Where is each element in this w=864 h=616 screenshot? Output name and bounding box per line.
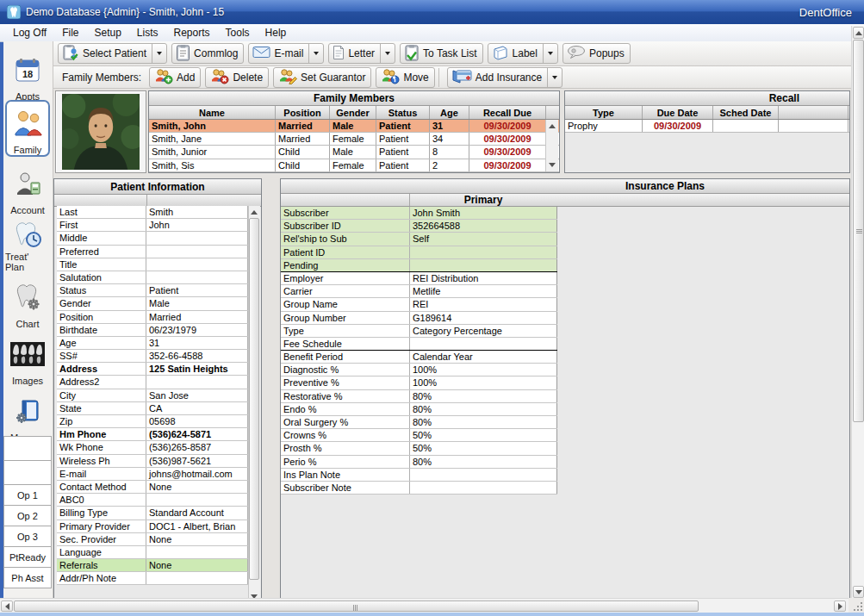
patient-info-row[interactable]: Title (57, 258, 249, 271)
column-header[interactable]: Due Date (643, 106, 713, 119)
patient-info-row[interactable]: Salutation (57, 271, 249, 284)
select-patient-dropdown[interactable] (152, 43, 166, 64)
insurance-row[interactable]: Fee Schedule (281, 338, 557, 351)
insurance-row[interactable]: Pending (281, 259, 557, 272)
patient-info-row[interactable]: Address125 Satin Heights (57, 363, 249, 376)
to-task-list-button[interactable]: To Task List (400, 43, 482, 64)
insurance-row[interactable]: Patient ID (281, 246, 557, 259)
patient-info-row[interactable]: Language (57, 546, 249, 559)
horizontal-scrollbar[interactable] (0, 598, 848, 613)
patient-photo[interactable] (55, 90, 146, 173)
patient-info-row[interactable]: CitySan Jose (57, 389, 249, 402)
letter-dropdown[interactable] (380, 43, 395, 64)
resize-grip[interactable] (848, 598, 864, 613)
patient-info-row[interactable]: Billing TypeStandard Account (57, 507, 249, 520)
insurance-row[interactable]: Endo %80% (281, 403, 557, 416)
insurance-row[interactable]: Oral Surgery %80% (281, 416, 557, 429)
op-button-op-3[interactable]: Op 3 (4, 526, 51, 547)
insurance-row[interactable]: EmployerREI Distribution (281, 272, 557, 285)
sidebar-item-treat-plan[interactable]: Treat' Plan (5, 219, 50, 272)
recall-row[interactable]: Prophy09/30/2009 (565, 120, 849, 133)
patient-info-row[interactable]: SS#352-66-4588 (57, 350, 249, 363)
insurance-row[interactable]: Ins Plan Note (281, 469, 557, 482)
insurance-row[interactable]: SubscriberJohn Smith (281, 207, 557, 220)
insurance-row[interactable]: Subscriber Note (281, 482, 557, 495)
patient-info-row[interactable]: Middle (57, 232, 249, 245)
column-header[interactable]: Name (149, 106, 276, 119)
insurance-row[interactable]: CarrierMetlife (281, 285, 557, 298)
patient-info-row[interactable]: GenderMale (57, 297, 249, 310)
patient-info-row[interactable]: Primary ProviderDOC1 - Albert, Brian (57, 520, 249, 533)
sidebar-item-images[interactable]: Images (5, 333, 50, 386)
column-header[interactable]: Status (376, 106, 430, 119)
op-button-ptready[interactable]: PtReady (4, 547, 51, 568)
sidebar-item-manage[interactable]: Manage (5, 389, 50, 443)
menu-item-tools[interactable]: Tools (218, 25, 258, 41)
op-button-op-2[interactable]: Op 2 (4, 506, 51, 526)
popups-button[interactable]: Popups (563, 43, 631, 64)
menu-item-reports[interactable]: Reports (166, 25, 218, 41)
op-button-op-1[interactable]: Op 1 (4, 485, 51, 506)
patient-info-row[interactable]: StatusPatient (57, 284, 249, 297)
insurance-row[interactable]: Diagnostic %100% (281, 364, 557, 376)
insurance-row[interactable]: Benefit PeriodCalendar Year (281, 351, 557, 364)
set-guarantor-button[interactable]: Set Guarantor (273, 67, 371, 88)
family-member-row[interactable]: Smith, JaneMarriedFemalePatient3409/30/2… (149, 133, 559, 146)
family-member-row[interactable]: Smith, JohnMarriedMalePatient3109/30/200… (149, 120, 559, 133)
column-header[interactable]: Recall Due (469, 106, 546, 119)
email-dropdown[interactable] (308, 43, 323, 64)
op-cell-empty[interactable] (4, 437, 51, 461)
insurance-row[interactable]: TypeCategory Percentage (281, 325, 557, 338)
patient-info-row[interactable]: StateCA (57, 402, 249, 415)
sidebar-item-account[interactable]: Account (5, 162, 50, 215)
email-button[interactable]: E-mail (248, 43, 324, 64)
insurance-row[interactable]: Group NameREI (281, 298, 557, 311)
add-family-member-button[interactable]: Add (149, 67, 201, 88)
column-header[interactable] (779, 106, 848, 119)
move-family-member-button[interactable]: Move (376, 67, 434, 88)
patient-info-row[interactable]: Hm Phone(536)624-5871 (57, 428, 249, 441)
family-member-row[interactable]: Smith, SisChildFemalePatient209/30/2009 (149, 159, 559, 172)
patient-info-row[interactable]: Address2 (57, 376, 249, 389)
patient-info-row[interactable]: Contact MethodNone (57, 481, 249, 494)
insurance-row[interactable]: Prosth %50% (281, 442, 557, 455)
menu-item-log-off[interactable]: Log Off (5, 25, 54, 41)
patient-info-row[interactable]: Birthdate06/23/1979 (57, 324, 249, 337)
column-header[interactable]: Type (565, 106, 643, 119)
vertical-scrollbar[interactable] (851, 26, 864, 599)
column-header[interactable]: Position (276, 106, 330, 119)
patient-info-row[interactable]: Sec. ProviderNone (57, 533, 249, 546)
commlog-button[interactable]: Commlog (171, 43, 244, 64)
select-patient-button[interactable]: Select Patient (58, 43, 167, 64)
patient-info-row[interactable]: FirstJohn (57, 219, 249, 232)
patient-info-row[interactable]: PositionMarried (57, 311, 249, 324)
patient-info-row[interactable]: ABC0 (57, 494, 249, 507)
letter-button[interactable]: Letter (328, 43, 395, 64)
insurance-row[interactable]: Perio %80% (281, 456, 557, 469)
patient-info-row[interactable]: E-mailjohns@hotmail.com (57, 468, 249, 481)
insurance-row[interactable]: Subscriber ID352664588 (281, 220, 557, 233)
column-header[interactable]: Gender (330, 106, 376, 119)
patient-info-row[interactable]: Zip05698 (57, 415, 249, 428)
sidebar-item-chart[interactable]: Chart (5, 276, 50, 329)
insurance-row[interactable]: Preventive %100% (281, 376, 557, 389)
add-insurance-dropdown[interactable] (547, 67, 562, 88)
menu-item-help[interactable]: Help (258, 25, 295, 41)
op-button-ph-asst[interactable]: Ph Asst (4, 568, 51, 588)
insurance-row[interactable]: Group NumberG189614 (281, 312, 557, 325)
delete-family-member-button[interactable]: Delete (205, 67, 269, 88)
add-insurance-button[interactable]: Add Insurance (447, 67, 563, 88)
sidebar-item-appts[interactable]: 18 Appts (5, 48, 50, 102)
insurance-row[interactable]: Restorative %80% (281, 390, 557, 403)
menu-item-setup[interactable]: Setup (86, 25, 128, 41)
patient-info-row[interactable]: Wk Phone(536)265-8587 (57, 441, 249, 454)
menu-item-lists[interactable]: Lists (129, 25, 166, 41)
patient-info-row[interactable]: LastSmith (57, 206, 249, 219)
family-members-scrollbar[interactable] (545, 120, 558, 171)
column-header[interactable]: Age (430, 106, 469, 119)
patient-info-row[interactable]: Wireless Ph(536)987-5621 (57, 455, 249, 468)
patient-info-row[interactable]: Addr/Ph Note (57, 572, 249, 585)
label-button[interactable]: Label (488, 43, 558, 64)
patient-info-scrollbar[interactable] (248, 206, 260, 602)
patient-info-row[interactable]: Age31 (57, 337, 249, 350)
